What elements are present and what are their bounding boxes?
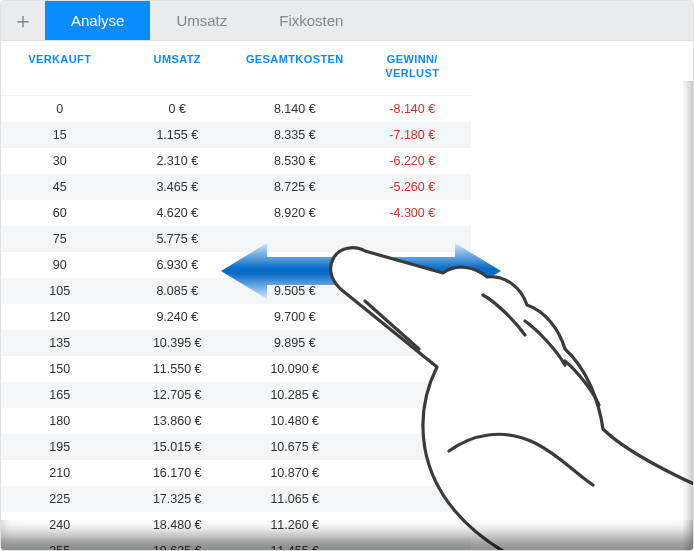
tab-label: Fixkosten bbox=[279, 12, 343, 29]
cell-umsatz: 13.860 € bbox=[119, 408, 237, 434]
cell-verkauft: 75 bbox=[1, 226, 119, 252]
table-row[interactable]: 302.310 €8.530 €-6.220 € bbox=[1, 148, 471, 174]
cell-umsatz: 9.240 € bbox=[119, 304, 237, 330]
cell-verkauft: 120 bbox=[1, 304, 119, 330]
cell-gewinn-verlust: -6.220 € bbox=[354, 148, 472, 174]
cell-gewinn-verlust bbox=[354, 486, 472, 512]
cell-umsatz: 19.635 € bbox=[119, 538, 237, 551]
table-row[interactable]: 15011.550 €10.090 € bbox=[1, 356, 471, 382]
analysis-table: VERKAUFT UMSATZ GESAMTKOSTEN GEWINN/VERL… bbox=[1, 41, 471, 550]
cell-umsatz: 4.620 € bbox=[119, 200, 237, 226]
cell-gesamtkosten: 9.505 € bbox=[236, 278, 354, 304]
cell-gesamtkosten: 11.065 € bbox=[236, 486, 354, 512]
cell-verkauft: 90 bbox=[1, 252, 119, 278]
cell-verkauft: 165 bbox=[1, 382, 119, 408]
cell-gewinn-verlust bbox=[354, 460, 472, 486]
cell-umsatz: 8.085 € bbox=[119, 278, 237, 304]
table-container[interactable]: VERKAUFT UMSATZ GESAMTKOSTEN GEWINN/VERL… bbox=[1, 41, 693, 550]
cell-gesamtkosten: 9.310 € bbox=[236, 252, 354, 278]
cell-verkauft: 255 bbox=[1, 538, 119, 551]
cell-gewinn-verlust bbox=[354, 434, 472, 460]
cell-gewinn-verlust bbox=[354, 382, 472, 408]
cell-umsatz: 5.775 € bbox=[119, 226, 237, 252]
cell-verkauft: 150 bbox=[1, 356, 119, 382]
cell-gesamtkosten: 10.675 € bbox=[236, 434, 354, 460]
cell-gewinn-verlust bbox=[354, 356, 472, 382]
col-header-umsatz: UMSATZ bbox=[119, 41, 237, 95]
table-row[interactable]: 25519.635 €11.455 € bbox=[1, 538, 471, 551]
add-tab-button[interactable]: ＋ bbox=[1, 1, 45, 40]
col-header-gesamtkosten: GESAMTKOSTEN bbox=[236, 41, 354, 95]
table-row[interactable]: 22517.325 €11.065 € bbox=[1, 486, 471, 512]
cell-gewinn-verlust bbox=[354, 278, 472, 304]
cell-gewinn-verlust bbox=[354, 512, 472, 538]
table-row[interactable]: 453.465 €8.725 €-5.260 € bbox=[1, 174, 471, 200]
cell-umsatz: 16.170 € bbox=[119, 460, 237, 486]
cell-gesamtkosten: 11.455 € bbox=[236, 538, 354, 551]
cell-verkauft: 45 bbox=[1, 174, 119, 200]
cell-umsatz: 12.705 € bbox=[119, 382, 237, 408]
cell-gesamtkosten: 8.530 € bbox=[236, 148, 354, 174]
cell-gewinn-verlust bbox=[354, 330, 472, 356]
cell-verkauft: 60 bbox=[1, 200, 119, 226]
table-row[interactable]: 16512.705 €10.285 € bbox=[1, 382, 471, 408]
cell-gesamtkosten: 8.920 € bbox=[236, 200, 354, 226]
table-row[interactable]: 906.930 €9.310 € bbox=[1, 252, 471, 278]
col-header-verkauft: VERKAUFT bbox=[1, 41, 119, 95]
cell-gesamtkosten: 10.090 € bbox=[236, 356, 354, 382]
table-row[interactable]: 21016.170 €10.870 € bbox=[1, 460, 471, 486]
cell-gewinn-verlust bbox=[354, 252, 472, 278]
cell-umsatz: 17.325 € bbox=[119, 486, 237, 512]
cell-gesamtkosten: 8.140 € bbox=[236, 95, 354, 122]
cell-verkauft: 105 bbox=[1, 278, 119, 304]
cell-verkauft: 210 bbox=[1, 460, 119, 486]
cell-umsatz: 6.930 € bbox=[119, 252, 237, 278]
cell-gesamtkosten: 11.260 € bbox=[236, 512, 354, 538]
table-row[interactable]: 604.620 €8.920 €-4.300 € bbox=[1, 200, 471, 226]
table-row[interactable]: 00 €8.140 €-8.140 € bbox=[1, 95, 471, 122]
cell-gewinn-verlust: -5.260 € bbox=[354, 174, 472, 200]
cell-umsatz: 11.550 € bbox=[119, 356, 237, 382]
cell-gewinn-verlust: -7.180 € bbox=[354, 122, 472, 148]
cell-gewinn-verlust: -4.300 € bbox=[354, 200, 472, 226]
table-row[interactable]: 18013.860 €10.480 € bbox=[1, 408, 471, 434]
cell-umsatz: 2.310 € bbox=[119, 148, 237, 174]
cell-gewinn-verlust bbox=[354, 304, 472, 330]
tab-analyse[interactable]: Analyse bbox=[45, 1, 150, 40]
cell-umsatz: 1.155 € bbox=[119, 122, 237, 148]
table-row[interactable]: 13510.395 €9.895 € bbox=[1, 330, 471, 356]
tabbar: ＋ Analyse Umsatz Fixkosten bbox=[1, 1, 693, 41]
cell-gesamtkosten: 10.480 € bbox=[236, 408, 354, 434]
cell-umsatz: 3.465 € bbox=[119, 174, 237, 200]
cell-verkauft: 240 bbox=[1, 512, 119, 538]
cell-gewinn-verlust: -8.140 € bbox=[354, 95, 472, 122]
table-row[interactable]: 24018.480 €11.260 € bbox=[1, 512, 471, 538]
cell-gewinn-verlust bbox=[354, 226, 472, 252]
table-row[interactable]: 1209.240 €9.700 € bbox=[1, 304, 471, 330]
col-header-gewinn-verlust: GEWINN/VERLUST bbox=[354, 41, 472, 95]
cell-umsatz: 15.015 € bbox=[119, 434, 237, 460]
right-shadow bbox=[683, 81, 693, 550]
table-row[interactable]: 1058.085 €9.505 € bbox=[1, 278, 471, 304]
cell-verkauft: 180 bbox=[1, 408, 119, 434]
cell-gesamtkosten: 8.725 € bbox=[236, 174, 354, 200]
cell-umsatz: 0 € bbox=[119, 95, 237, 122]
tab-fixkosten[interactable]: Fixkosten bbox=[253, 1, 369, 40]
cell-gesamtkosten: 8.335 € bbox=[236, 122, 354, 148]
cell-gesamtkosten: 9.895 € bbox=[236, 330, 354, 356]
cell-verkauft: 225 bbox=[1, 486, 119, 512]
table-row[interactable]: 19515.015 €10.675 € bbox=[1, 434, 471, 460]
table-row[interactable]: 755.775 € bbox=[1, 226, 471, 252]
tab-umsatz[interactable]: Umsatz bbox=[150, 1, 253, 40]
cell-umsatz: 10.395 € bbox=[119, 330, 237, 356]
plus-icon: ＋ bbox=[12, 6, 34, 36]
cell-verkauft: 135 bbox=[1, 330, 119, 356]
cell-umsatz: 18.480 € bbox=[119, 512, 237, 538]
cell-gesamtkosten: 10.870 € bbox=[236, 460, 354, 486]
table-row[interactable]: 151.155 €8.335 €-7.180 € bbox=[1, 122, 471, 148]
cell-gewinn-verlust bbox=[354, 408, 472, 434]
cell-gesamtkosten: 10.285 € bbox=[236, 382, 354, 408]
cell-gewinn-verlust bbox=[354, 538, 472, 551]
cell-gesamtkosten: 9.700 € bbox=[236, 304, 354, 330]
cell-verkauft: 30 bbox=[1, 148, 119, 174]
